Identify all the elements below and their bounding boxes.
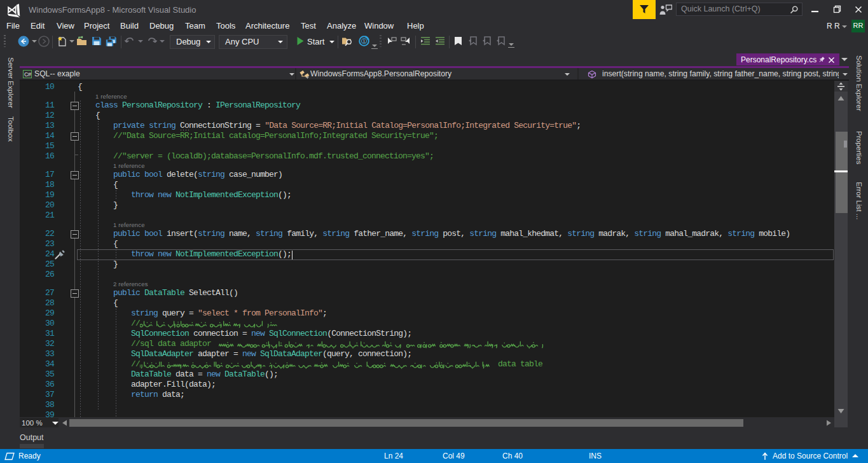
svg-text:1: 1 <box>363 39 366 43</box>
